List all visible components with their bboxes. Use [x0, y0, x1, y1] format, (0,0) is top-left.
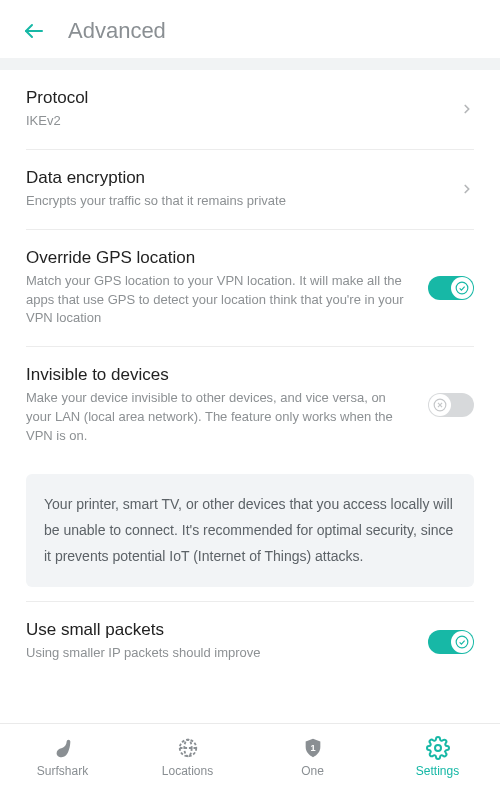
row-encryption-sub: Encrypts your traffic so that it remains…	[26, 192, 446, 211]
app-header: Advanced	[0, 0, 500, 58]
small-packets-toggle[interactable]	[428, 630, 474, 654]
bottom-tab-bar: Surfshark Locations 1 One Settings	[0, 723, 500, 789]
row-gps-title: Override GPS location	[26, 248, 414, 268]
row-gps: Override GPS location Match your GPS loc…	[0, 230, 500, 347]
svg-point-5	[456, 636, 468, 648]
tab-label: Locations	[162, 764, 213, 778]
row-protocol-title: Protocol	[26, 88, 446, 108]
globe-icon	[177, 736, 199, 760]
row-invisible-title: Invisible to devices	[26, 365, 414, 385]
row-small-packets: Use small packets Using smaller IP packe…	[0, 602, 500, 663]
svg-point-10	[435, 745, 441, 751]
x-icon	[429, 394, 451, 416]
row-gps-sub: Match your GPS location to your VPN loca…	[26, 272, 414, 329]
row-invisible-sub: Make your device invisible to other devi…	[26, 389, 414, 446]
shield-icon: 1	[302, 736, 324, 760]
tab-label: Settings	[416, 764, 459, 778]
svg-point-1	[456, 282, 468, 294]
row-protocol[interactable]: Protocol IKEv2	[0, 70, 500, 149]
row-invisible: Invisible to devices Make your device in…	[0, 347, 500, 464]
row-encryption[interactable]: Data encryption Encrypts your traffic so…	[0, 150, 500, 229]
row-protocol-sub: IKEv2	[26, 112, 446, 131]
chevron-right-icon	[460, 178, 474, 200]
row-encryption-title: Data encryption	[26, 168, 446, 188]
check-icon	[451, 277, 473, 299]
gear-icon	[426, 736, 450, 760]
surfshark-icon	[52, 736, 74, 760]
row-small-packets-title: Use small packets	[26, 620, 414, 640]
header-separator	[0, 58, 500, 70]
tab-one[interactable]: 1 One	[250, 724, 375, 789]
svg-text:1: 1	[310, 742, 315, 752]
tab-settings[interactable]: Settings	[375, 724, 500, 789]
chevron-right-icon	[460, 98, 474, 120]
invisible-info: Your printer, smart TV, or other devices…	[26, 474, 474, 588]
row-small-packets-sub: Using smaller IP packets should improve	[26, 644, 414, 663]
settings-scroll-area: Protocol IKEv2 Data encryption Encrypts …	[0, 70, 500, 723]
gps-toggle[interactable]	[428, 276, 474, 300]
tab-label: Surfshark	[37, 764, 88, 778]
page-title: Advanced	[68, 18, 166, 44]
tab-surfshark[interactable]: Surfshark	[0, 724, 125, 789]
invisible-toggle[interactable]	[428, 393, 474, 417]
check-icon	[451, 631, 473, 653]
tab-label: One	[301, 764, 324, 778]
back-arrow-icon[interactable]	[22, 19, 46, 43]
tab-locations[interactable]: Locations	[125, 724, 250, 789]
